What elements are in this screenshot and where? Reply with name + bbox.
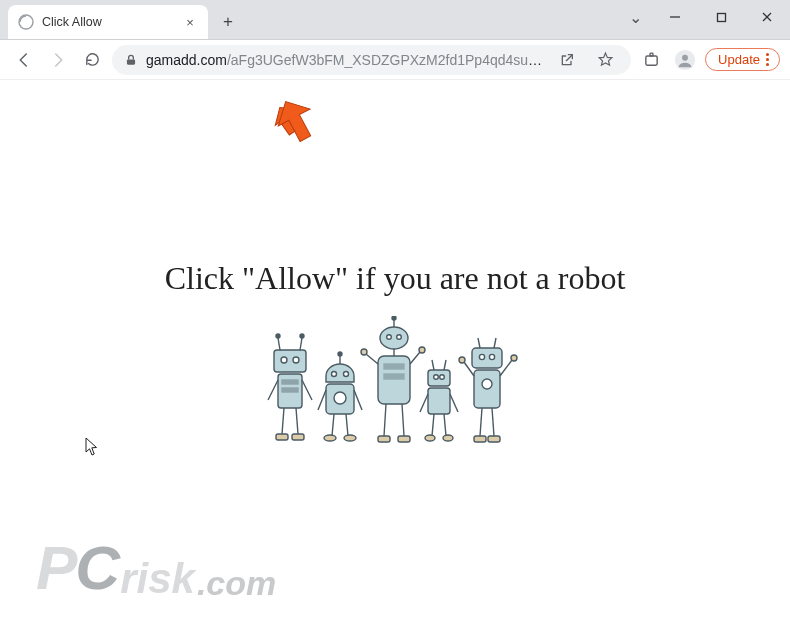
svg-rect-81 xyxy=(488,436,500,442)
svg-line-69 xyxy=(494,338,496,348)
watermark-c: C xyxy=(75,532,118,603)
bookmark-star-icon[interactable] xyxy=(591,46,619,74)
profile-avatar-icon[interactable] xyxy=(671,46,699,74)
svg-line-52 xyxy=(402,404,404,436)
svg-line-62 xyxy=(450,394,458,412)
page-headline: Click "Allow" if you are not a robot xyxy=(0,260,790,297)
svg-point-50 xyxy=(419,347,425,353)
url-host: gamadd.com xyxy=(146,52,227,68)
svg-point-49 xyxy=(361,349,367,355)
back-button[interactable] xyxy=(10,46,38,74)
svg-point-9 xyxy=(682,54,688,60)
tab-search-icon[interactable]: ⌄ xyxy=(618,0,652,34)
svg-line-34 xyxy=(332,414,334,436)
close-window-button[interactable] xyxy=(744,0,790,34)
svg-line-47 xyxy=(366,354,378,364)
update-button[interactable]: Update xyxy=(705,48,780,71)
svg-line-22 xyxy=(282,408,284,434)
svg-line-11 xyxy=(278,338,280,350)
svg-rect-2 xyxy=(717,13,725,21)
svg-line-78 xyxy=(480,408,482,436)
svg-point-76 xyxy=(459,357,465,363)
svg-point-71 xyxy=(489,354,494,359)
address-bar[interactable]: gamadd.com/aFg3UGefW3bFM_XSDZGPXzM2fd1Pp… xyxy=(112,45,631,75)
svg-point-28 xyxy=(332,372,337,377)
svg-point-59 xyxy=(440,375,445,380)
svg-line-63 xyxy=(432,414,434,436)
svg-rect-7 xyxy=(650,53,653,56)
watermark-p: P xyxy=(36,532,75,603)
svg-point-29 xyxy=(344,372,349,377)
browser-window: Click Allow × + ⌄ xyxy=(0,0,790,621)
url-text: gamadd.com/aFg3UGefW3bFM_XSDZGPXzM2fd1Pp… xyxy=(146,52,545,68)
svg-point-37 xyxy=(344,435,356,441)
minimize-button[interactable] xyxy=(652,0,698,34)
extensions-icon[interactable] xyxy=(637,46,665,74)
svg-point-13 xyxy=(276,334,280,338)
svg-rect-25 xyxy=(292,434,304,440)
favicon-icon xyxy=(18,14,34,30)
robots-illustration xyxy=(260,316,530,470)
svg-point-14 xyxy=(300,334,304,338)
svg-rect-19 xyxy=(282,388,298,392)
svg-rect-45 xyxy=(384,364,404,369)
svg-line-68 xyxy=(478,338,480,348)
svg-point-36 xyxy=(324,435,336,441)
svg-line-20 xyxy=(268,380,278,400)
forward-button[interactable] xyxy=(44,46,72,74)
svg-rect-60 xyxy=(428,388,450,414)
svg-rect-10 xyxy=(274,350,306,372)
svg-rect-18 xyxy=(282,380,298,384)
update-label: Update xyxy=(718,52,760,67)
close-tab-icon[interactable]: × xyxy=(182,14,198,30)
svg-point-41 xyxy=(387,335,392,340)
watermark: P C risk .com xyxy=(36,532,276,603)
page-content: Click "Allow" if you are not a robot xyxy=(0,80,790,621)
mouse-cursor-icon xyxy=(85,437,101,461)
svg-point-73 xyxy=(482,379,492,389)
svg-point-16 xyxy=(293,357,299,363)
browser-tab[interactable]: Click Allow × xyxy=(8,5,208,39)
svg-line-12 xyxy=(300,338,302,350)
svg-line-79 xyxy=(492,408,494,436)
svg-line-56 xyxy=(432,360,434,370)
svg-point-42 xyxy=(397,335,402,340)
svg-line-23 xyxy=(296,408,298,434)
svg-point-65 xyxy=(425,435,435,441)
svg-point-70 xyxy=(479,354,484,359)
new-tab-button[interactable]: + xyxy=(214,8,242,36)
svg-rect-67 xyxy=(472,348,502,368)
share-icon[interactable] xyxy=(553,46,581,74)
svg-point-31 xyxy=(334,392,346,404)
svg-rect-54 xyxy=(398,436,410,442)
svg-point-38 xyxy=(380,327,408,349)
svg-rect-6 xyxy=(645,56,656,65)
svg-line-32 xyxy=(318,390,326,410)
lock-icon xyxy=(124,53,138,67)
svg-line-57 xyxy=(444,360,446,370)
svg-rect-24 xyxy=(276,434,288,440)
svg-point-0 xyxy=(19,15,33,29)
svg-point-66 xyxy=(443,435,453,441)
watermark-risk: risk xyxy=(120,555,195,603)
svg-line-51 xyxy=(384,404,386,436)
svg-line-64 xyxy=(444,414,446,436)
svg-point-77 xyxy=(511,355,517,361)
svg-point-58 xyxy=(434,375,439,380)
svg-line-48 xyxy=(410,352,420,364)
svg-rect-80 xyxy=(474,436,486,442)
omnibox-actions xyxy=(553,46,619,74)
svg-line-33 xyxy=(354,390,362,410)
reload-button[interactable] xyxy=(78,46,106,74)
svg-rect-5 xyxy=(127,59,135,64)
toolbar: gamadd.com/aFg3UGefW3bFM_XSDZGPXzM2fd1Pp… xyxy=(0,40,790,80)
svg-line-35 xyxy=(346,414,348,436)
svg-point-15 xyxy=(281,357,287,363)
svg-point-40 xyxy=(392,316,396,320)
svg-rect-46 xyxy=(384,374,404,379)
menu-kebab-icon xyxy=(766,53,769,66)
maximize-button[interactable] xyxy=(698,0,744,34)
svg-rect-55 xyxy=(428,370,450,386)
tab-title: Click Allow xyxy=(42,15,174,29)
svg-line-21 xyxy=(302,380,312,400)
